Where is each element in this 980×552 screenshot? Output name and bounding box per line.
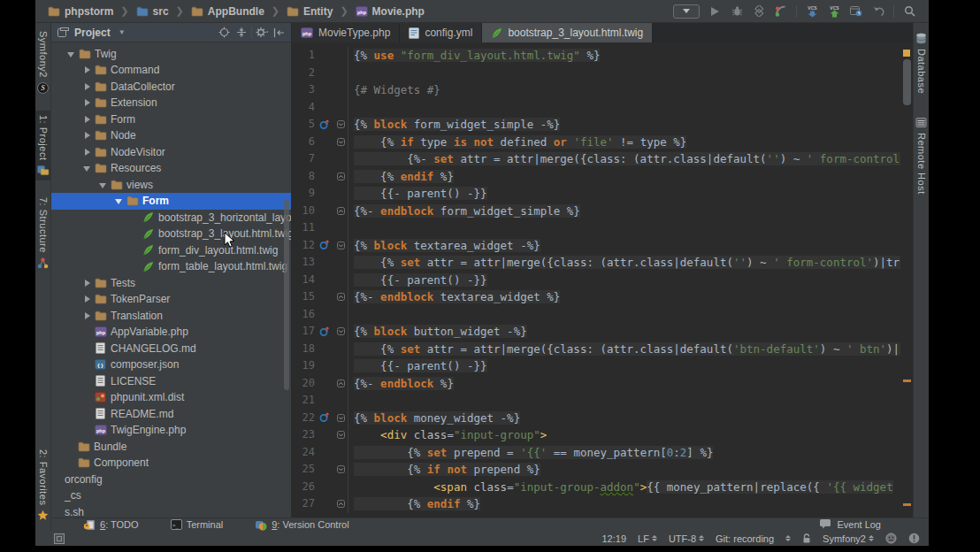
status-line-ending[interactable]: LF — [638, 533, 657, 544]
tree-item-translation[interactable]: Translation — [51, 308, 291, 325]
listen-debugger-icon[interactable] — [774, 4, 788, 19]
tool-strip-button-remote-host[interactable]: Remote Host — [914, 112, 929, 199]
breadcrumb-item[interactable]: phpstorm — [44, 5, 117, 18]
code-line-21[interactable]: 21 — [292, 392, 913, 410]
tree-expand-arrow[interactable] — [99, 180, 108, 189]
fold-marker-icon[interactable] — [334, 237, 347, 255]
code-line-3[interactable]: 3{# Widgets #} — [292, 81, 913, 99]
tree-item-bootstrap-3-layout-html-twig[interactable]: bootstrap_3_layout.html.twig — [51, 226, 291, 242]
tool-strip-button-7-structure[interactable]: 7: Structure — [35, 193, 50, 273]
code-line-18[interactable]: 18 {% set attr = attr|merge({class: (att… — [292, 341, 913, 358]
toolwindow-toggle-icon[interactable] — [54, 533, 65, 544]
tab-bootstrap-3-layout-html-twig[interactable]: bootstrap_3_layout.html.twig — [482, 23, 653, 42]
tree-item-bootstrap-3-horizontal-layout-html-twig[interactable]: bootstrap_3_horizontal_layout.html.twig — [51, 210, 291, 226]
tree-item-phpunit-xml-dist[interactable]: phpunit.xml.dist — [51, 389, 291, 406]
tab-movietype-php[interactable]: phpMovieType.php — [292, 23, 400, 42]
tree-item-readme-md[interactable]: README.md — [51, 406, 291, 423]
overrides-marker-icon[interactable] — [315, 116, 334, 134]
code-line-14[interactable]: 14 {{- parent() -}} — [292, 272, 913, 289]
fold-marker-icon[interactable] — [334, 203, 347, 220]
tree-expand-arrow[interactable] — [83, 164, 92, 172]
tool-strip-button-database[interactable]: Database — [914, 28, 929, 98]
tree-expand-arrow[interactable] — [83, 65, 92, 74]
tree-expand-arrow[interactable] — [83, 311, 92, 320]
code-line-9[interactable]: 9 {{- parent() -}} — [292, 185, 913, 203]
tree-item-extension[interactable]: Extension — [51, 95, 291, 111]
tree-item-component[interactable]: Component — [51, 455, 291, 472]
file-warning-indicator[interactable] — [903, 50, 910, 57]
code-line-1[interactable]: 1{% use "form_div_layout.html.twig" %} — [292, 47, 913, 65]
fold-marker-icon[interactable] — [334, 116, 347, 134]
tree-item-resources[interactable]: Resources — [51, 160, 291, 177]
warning-stripe-mark[interactable] — [903, 503, 911, 506]
overrides-marker-icon[interactable] — [315, 237, 334, 255]
coverage-icon[interactable] — [752, 4, 766, 19]
search-icon[interactable] — [902, 4, 916, 19]
breadcrumb-item[interactable]: src — [133, 5, 172, 18]
tree-item-bundle[interactable]: Bundle — [51, 439, 291, 456]
vcs-commit-icon[interactable]: VCS — [827, 4, 841, 19]
lock-icon[interactable] — [802, 533, 811, 544]
debug-icon[interactable] — [730, 4, 744, 19]
tree-item-form-div-layout-html-twig[interactable]: form_div_layout.html.twig — [51, 242, 291, 259]
tree-item-form-table-layout-html-twig[interactable]: form_table_layout.html.twig — [51, 258, 291, 275]
code-line-10[interactable]: 10{%- endblock form_widget_simple %} — [292, 203, 913, 220]
code-line-20[interactable]: 20{%- endblock %} — [292, 375, 913, 393]
tree-item-tests[interactable]: Tests — [51, 275, 291, 292]
project-panel-title[interactable]: Project — [74, 27, 111, 39]
run-config-dropdown[interactable] — [673, 4, 700, 19]
code-line-24[interactable]: 24 {% set prepend = '{{' == money_patter… — [292, 444, 913, 462]
fold-marker-icon[interactable] — [334, 168, 347, 186]
status-vcs-branch[interactable]: Git: recording — [716, 533, 774, 544]
tree-expand-arrow[interactable] — [83, 82, 92, 91]
code-line-5[interactable]: 5{% block form_widget_simple -%} — [292, 116, 913, 134]
fold-marker-icon[interactable] — [334, 495, 347, 513]
vcs-update-icon[interactable]: VCS — [805, 4, 819, 19]
code-line-23[interactable]: 23 <div class="input-group"> — [292, 426, 913, 444]
tree-item-tokenparser[interactable]: TokenParser — [51, 291, 291, 308]
event-log-button[interactable]: Event Log — [819, 518, 881, 531]
editor-scrollbar[interactable] — [900, 42, 913, 518]
bottom-bar-terminal[interactable]: >_Terminal — [171, 519, 224, 530]
fold-marker-icon[interactable] — [334, 461, 347, 479]
error-indicator-icon[interactable] — [908, 533, 920, 544]
code-line-12[interactable]: 12{% block textarea_widget -%} — [292, 237, 913, 255]
fold-marker-icon[interactable] — [334, 410, 347, 427]
code-line-8[interactable]: 8 {% endif %} — [292, 168, 913, 186]
tree-expand-arrow[interactable] — [83, 295, 92, 303]
overrides-marker-icon[interactable] — [315, 323, 334, 341]
bottom-bar-version-control[interactable]: 9: Version Control — [255, 519, 348, 531]
overrides-marker-icon[interactable] — [315, 410, 334, 427]
code-line-6[interactable]: 6 {% if type is not defined or 'file' !=… — [292, 134, 913, 151]
tree-expand-arrow[interactable] — [83, 98, 92, 107]
project-tree-scrollbar[interactable] — [284, 199, 289, 390]
code-line-7[interactable]: 7 {%- set attr = attr|merge({class: (att… — [292, 150, 913, 168]
tool-strip-button-symfony2[interactable]: Symfony2S — [35, 27, 50, 98]
breadcrumb-item[interactable]: AppBundle — [188, 5, 268, 18]
tree-item-form[interactable]: Form — [51, 111, 291, 128]
code-line-22[interactable]: 22{% block money_widget -%} — [292, 410, 913, 427]
code-line-19[interactable]: 19 {{- parent() -}} — [292, 357, 913, 375]
code-line-25[interactable]: 25 {% if not prepend %} — [292, 461, 913, 479]
undo-icon[interactable] — [871, 4, 885, 19]
run-icon[interactable] — [708, 4, 722, 19]
tab-config-yml[interactable]: config.yml — [400, 23, 482, 42]
breadcrumb-item[interactable]: Entity — [283, 5, 336, 18]
gear-icon[interactable] — [256, 26, 269, 39]
fold-marker-icon[interactable] — [334, 323, 347, 341]
hide-icon[interactable] — [272, 26, 286, 39]
fold-marker-icon[interactable] — [334, 426, 347, 444]
tree-item-form[interactable]: Form — [51, 193, 291, 210]
code-line-26[interactable]: 26 <span class="input-group-addon">{{ mo… — [292, 479, 913, 496]
code-line-17[interactable]: 17{% block button_widget -%} — [292, 323, 913, 341]
tree-expand-arrow[interactable] — [83, 131, 92, 140]
code-line-15[interactable]: 15{%- endblock textarea_widget %} — [292, 288, 913, 306]
tree-item-command[interactable]: Command — [51, 62, 291, 79]
tree-item-twigengine-php[interactable]: phpTwigEngine.php — [51, 422, 291, 439]
code-line-4[interactable]: 4 — [292, 99, 913, 117]
tool-strip-button-2-favorites[interactable]: 2: Favorites — [35, 445, 50, 525]
tree-item-nodevisitor[interactable]: NodeVisitor — [51, 144, 291, 161]
code-line-16[interactable]: 16 — [292, 306, 913, 324]
tree-item-composer-json[interactable]: { }composer.json — [51, 356, 291, 373]
tree-expand-arrow[interactable] — [115, 196, 124, 205]
